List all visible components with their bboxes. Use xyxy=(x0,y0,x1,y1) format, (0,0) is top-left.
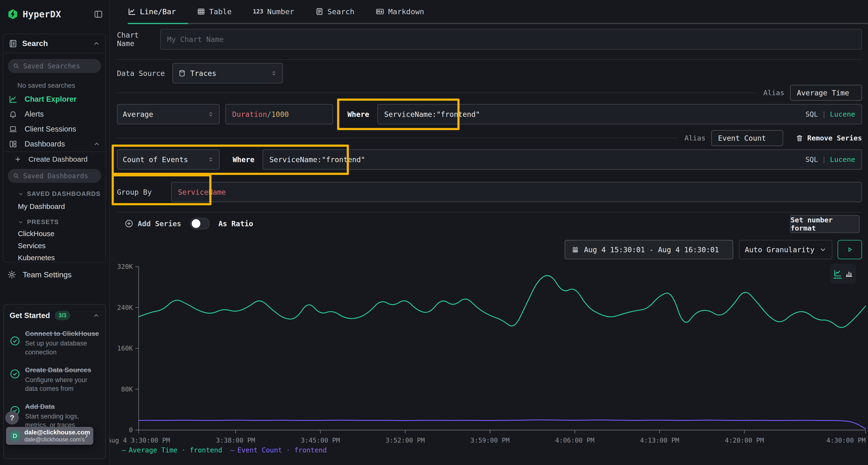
group-by-label: Group By xyxy=(117,188,171,196)
saved-searches-input[interactable]: ⌘K xyxy=(8,59,101,73)
svg-text:3:59:00 PM: 3:59:00 PM xyxy=(470,437,510,444)
set-number-format-button[interactable]: Set number format xyxy=(790,215,860,233)
svg-text:4:20:00 PM: 4:20:00 PM xyxy=(725,437,764,444)
sidebar-item-my-dashboard[interactable]: My Dashboard xyxy=(3,199,105,213)
get-started-step[interactable]: Create Data Sources Configure where your… xyxy=(10,366,100,393)
chart-legend: — Average Time · frontend — Event Count … xyxy=(122,446,327,454)
main-content: Line/Bar Table 123 Number Search Markdow… xyxy=(110,0,868,465)
alias-label: Alias xyxy=(684,134,706,142)
plus-icon xyxy=(14,156,21,163)
remove-series-button[interactable]: Remove Series xyxy=(796,134,862,142)
saved-dashboards-input[interactable]: ⌘K xyxy=(8,169,101,183)
series2-alias-input[interactable]: Event Count xyxy=(711,130,783,146)
circle-plus-icon xyxy=(125,219,133,228)
timeseries-chart[interactable]: 080K160K240K320KAug 4 3:30:00 PM3:38:00 … xyxy=(110,255,868,465)
sidebar-item-services[interactable]: Services xyxy=(3,240,105,252)
tab-number[interactable]: 123 Number xyxy=(253,7,294,16)
bar-chart-icon[interactable] xyxy=(845,270,853,277)
sidebar-item-dashboards[interactable]: Dashboards xyxy=(3,137,105,152)
series1-aggregation-select[interactable]: Average xyxy=(117,104,220,124)
sidebar-nav-container: Search ⌘K No saved searches Chart Explor… xyxy=(3,34,106,263)
sidebar-section-search[interactable]: Search xyxy=(3,34,105,53)
svg-text:240K: 240K xyxy=(117,304,133,311)
tab-underline-track xyxy=(128,23,868,24)
svg-text:80K: 80K xyxy=(121,386,133,393)
chevron-down-icon xyxy=(819,246,827,253)
as-ratio-toggle[interactable] xyxy=(190,218,210,229)
chevron-up-icon[interactable] xyxy=(93,312,100,319)
select-chevrons-icon xyxy=(208,156,214,163)
user-subtitle: dale@clickhouse.com's xyxy=(24,436,79,443)
saved-dashboards-section[interactable]: SAVED DASHBOARDS xyxy=(3,185,105,199)
collapse-sidebar-icon[interactable] xyxy=(94,10,103,19)
no-saved-searches-note: No saved searches xyxy=(3,75,105,92)
sidebar-item-chart-explorer[interactable]: Chart Explorer xyxy=(3,92,105,107)
series1-field-input[interactable]: Duration/1000 xyxy=(225,104,333,124)
series1-alias-input[interactable]: Average Time xyxy=(790,85,862,101)
create-dashboard-button[interactable]: Create Dashboard xyxy=(3,152,105,166)
dashboard-grid-icon xyxy=(9,140,18,148)
chevron-right-icon xyxy=(83,432,90,439)
sidebar-item-team-settings[interactable]: Team Settings xyxy=(0,267,79,283)
svg-text:4:06:00 PM: 4:06:00 PM xyxy=(555,437,595,444)
lucene-mode-toggle[interactable]: Lucene xyxy=(830,110,855,118)
step-desc: Configure where your data comes from xyxy=(25,376,100,393)
svg-text:4:13:00 PM: 4:13:00 PM xyxy=(640,437,679,444)
chart-name-input[interactable] xyxy=(160,29,862,49)
help-button[interactable]: ? xyxy=(5,411,19,425)
lucene-mode-toggle[interactable]: Lucene xyxy=(830,156,855,164)
data-source-value: Traces xyxy=(190,69,267,77)
sql-mode-toggle[interactable]: SQL xyxy=(805,110,818,118)
search-icon xyxy=(12,172,20,179)
saved-searches-field[interactable] xyxy=(23,62,106,70)
sidebar-item-alerts[interactable]: Alerts xyxy=(3,107,105,122)
series2-aggregation-select[interactable]: Count of Events xyxy=(117,150,220,170)
svg-text:0: 0 xyxy=(129,426,133,434)
legend-item-average-time[interactable]: — Average Time · frontend xyxy=(122,446,222,454)
series2-where-input[interactable]: ServiceName:"frontend" SQL | Lucene xyxy=(262,150,862,170)
user-email: dale@clickhouse.com xyxy=(24,429,79,436)
line-chart-icon[interactable] xyxy=(834,269,842,278)
sql-mode-toggle[interactable]: SQL xyxy=(805,156,818,164)
line-chart-icon xyxy=(128,7,136,16)
data-source-select[interactable]: Traces xyxy=(173,63,283,84)
hyperdx-logo-icon xyxy=(7,9,18,20)
trash-icon xyxy=(796,134,803,142)
sidebar-item-clickhouse[interactable]: ClickHouse xyxy=(3,228,105,240)
chevron-up-icon[interactable] xyxy=(93,40,100,47)
step-title: Add Data xyxy=(25,402,100,411)
alias-label: Alias xyxy=(763,89,784,97)
group-by-input[interactable]: ServiceName xyxy=(171,182,862,202)
chevron-down-icon xyxy=(18,219,24,225)
chart-type-tabbar: Line/Bar Table 123 Number Search Markdow… xyxy=(110,0,868,24)
as-ratio-label: As Ratio xyxy=(218,220,253,228)
database-icon xyxy=(178,69,186,77)
get-started-step[interactable]: Add Data Start sending logs, metrics, or… xyxy=(10,402,100,430)
number-123-icon: 123 xyxy=(253,8,263,15)
step-title: Connect to ClickHouse xyxy=(25,329,100,338)
saved-dashboards-field[interactable] xyxy=(23,172,106,180)
svg-text:3:52:00 PM: 3:52:00 PM xyxy=(385,437,425,444)
user-menu[interactable]: D dale@clickhouse.com dale@clickhouse.co… xyxy=(6,427,93,445)
tab-line-bar[interactable]: Line/Bar xyxy=(128,7,176,16)
journal-icon xyxy=(9,39,18,48)
series1-where-input[interactable]: ServiceName:"frontend" SQL | Lucene xyxy=(377,104,862,124)
svg-text:160K: 160K xyxy=(117,344,133,352)
presets-section[interactable]: PRESETS xyxy=(3,213,105,228)
select-chevrons-icon xyxy=(271,70,277,76)
check-circle-icon xyxy=(10,336,20,357)
step-title: Create Data Sources xyxy=(25,366,100,374)
sidebar-item-kubernetes[interactable]: Kubernetes xyxy=(3,252,105,263)
tab-search[interactable]: Search xyxy=(315,7,354,16)
search-section-title: Search xyxy=(22,39,88,48)
add-series-button[interactable]: Add Series xyxy=(125,219,181,228)
tab-markdown[interactable]: Markdown xyxy=(376,7,424,16)
chevron-down-icon xyxy=(18,191,24,197)
tab-table[interactable]: Table xyxy=(197,7,231,16)
get-started-step[interactable]: Connect to ClickHouse Set up your databa… xyxy=(10,329,100,357)
chart-name-label: Chart Name xyxy=(117,31,160,48)
sidebar-item-client-sessions[interactable]: Client Sessions xyxy=(3,122,105,137)
chevron-up-icon[interactable] xyxy=(93,141,100,147)
search-icon xyxy=(12,62,20,70)
legend-item-event-count[interactable]: — Event Count · frontend xyxy=(230,446,327,454)
